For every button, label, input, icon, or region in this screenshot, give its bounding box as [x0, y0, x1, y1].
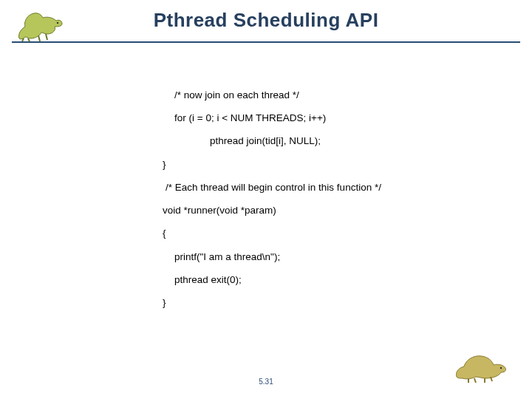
code-line: pthread join(tid[i], NULL); [163, 134, 473, 148]
svg-point-1 [500, 367, 502, 369]
code-line: void *runner(void *param) [163, 204, 473, 217]
code-line: printf("I am a thread\n"); [163, 250, 473, 264]
code-line: /* now join on each thread */ [163, 89, 473, 102]
code-line: /* Each thread will begin control in thi… [166, 181, 473, 194]
code-block: /* now join on each thread */ for (i = 0… [163, 89, 473, 319]
code-line: for (i = 0; i < NUM THREADS; i++) [163, 112, 473, 125]
code-line: } [163, 296, 473, 310]
code-line: } [163, 158, 473, 171]
dinosaur-bottom-icon [452, 346, 511, 383]
title-divider [12, 41, 520, 43]
code-line: pthread exit(0); [163, 273, 473, 287]
slide: Pthread Scheduling API /* now join on ea… [0, 0, 532, 399]
page-title: Pthread Scheduling API [154, 9, 379, 32]
title-wrap: Pthread Scheduling API [0, 9, 532, 32]
code-line: { [163, 227, 473, 240]
